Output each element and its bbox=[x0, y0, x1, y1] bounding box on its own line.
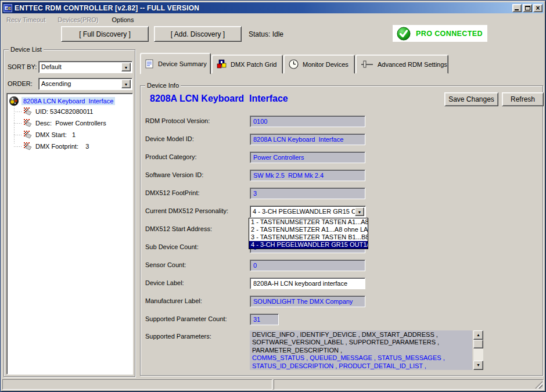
menu-devices-pro[interactable]: Devices(PRO) bbox=[54, 15, 102, 24]
field-label: Supported Parameters: bbox=[145, 333, 211, 340]
tab-advanced-rdm-settings[interactable]: Advanced RDM Settings bbox=[355, 55, 448, 74]
personality-option[interactable]: 3 - TASTENUMSETZER TASTEN B1...B8 bbox=[249, 233, 368, 241]
menu-recv-timeout[interactable]: Recv Timeout bbox=[3, 15, 49, 24]
param-line: DEVICE_INFO , IDENTIFY_DEVICE , DMX_STAR… bbox=[252, 331, 472, 339]
clock-icon bbox=[289, 59, 299, 69]
scroll-up-icon[interactable]: ▲ bbox=[473, 330, 483, 340]
personality-dropdown[interactable]: 4 - 3-CH PEGELWANDLER GR15 OUT1/2/ ▼ bbox=[250, 206, 366, 218]
fader-icon bbox=[361, 60, 373, 69]
close-icon: × bbox=[534, 4, 542, 12]
tree-item-label: DMX Start: 1 bbox=[35, 131, 76, 138]
tab-device-summary[interactable]: Device Summary bbox=[140, 53, 211, 74]
tree-item-desc[interactable]: Desc: Power Controllers bbox=[23, 118, 106, 127]
personality-option[interactable]: 1 - TASTENUMSETZER TASTEN A1...A8 bbox=[249, 218, 368, 226]
field-label: Software Version ID: bbox=[145, 171, 203, 178]
sort-by-dropdown[interactable]: Default ▼ bbox=[38, 61, 132, 73]
product-category-field: Power Controllers bbox=[250, 152, 365, 163]
chip-icon bbox=[23, 118, 32, 127]
app-window: Ec ENTTEC RDM CONTROLLER [v2.82] -- FULL… bbox=[0, 0, 546, 392]
supported-parameters-box: DEVICE_INFO , IDENTIFY_DEVICE , DMX_STAR… bbox=[250, 330, 472, 370]
device-info-group-label: Device Info bbox=[145, 82, 181, 89]
supported-parameter-count-field: 31 bbox=[250, 314, 279, 325]
pro-connected-label: PRO CONNECTED bbox=[416, 30, 483, 38]
field-label: Product Category: bbox=[145, 153, 197, 160]
device-model-id-field: 8208A LCN Keyboard Interface bbox=[250, 134, 365, 145]
tab-dmx-patch-grid[interactable]: DMX Patch Grid bbox=[211, 55, 283, 74]
field-row-manufacturer: Manufacturer Label: SOUNDLIGHT The DMX C… bbox=[141, 296, 543, 307]
chevron-down-icon[interactable]: ▼ bbox=[121, 80, 131, 88]
field-row-dmx-footprint: DMX512 FootPrint: 3 bbox=[141, 188, 543, 199]
field-row-device-label: Device Label: 8208A-H LCN keyboard inter… bbox=[141, 278, 543, 289]
param-line: PARAMETER_DESCRIPTION , bbox=[252, 347, 472, 354]
field-label: RDM Protocol Version: bbox=[145, 117, 210, 124]
device-info-panel: Device Info 8208A LCN Keyboard Interface… bbox=[140, 85, 543, 376]
device-heading: 8208A LCN Keyboard Interface bbox=[150, 93, 288, 104]
rdm-protocol-version-field: 0100 bbox=[250, 116, 365, 127]
device-tree: 8208A LCN Keyboard Interface UID: 534C82… bbox=[6, 93, 133, 375]
title-bar: Ec ENTTEC RDM CONTROLLER [v2.82] -- FULL… bbox=[2, 2, 544, 13]
status-bar bbox=[2, 378, 544, 390]
chip-icon bbox=[23, 130, 32, 139]
chevron-down-icon[interactable]: ▼ bbox=[121, 63, 131, 71]
pro-connected-badge: PRO CONNECTED bbox=[393, 25, 487, 42]
tree-item-dmx-footprint[interactable]: DMX Footprint: 3 bbox=[23, 142, 89, 150]
status-pane-right bbox=[274, 379, 544, 390]
tree-stub bbox=[14, 123, 22, 124]
full-discovery-button[interactable]: [ Full Discovery ] bbox=[61, 26, 149, 42]
menu-bar: Recv Timeout Devices(PRO) Options bbox=[3, 15, 137, 24]
field-row-sensor-count: Sensor Count: 0 bbox=[141, 260, 543, 271]
maximize-icon bbox=[525, 6, 530, 10]
field-label: Current DMX512 Personality: bbox=[145, 207, 228, 214]
chip-icon bbox=[23, 142, 32, 150]
field-label: Sensor Count: bbox=[145, 261, 186, 268]
tab-label: Monitor Devices bbox=[303, 61, 349, 68]
order-dropdown[interactable]: Ascending ▼ bbox=[38, 78, 132, 90]
window-title: ENTTEC RDM CONTROLLER [v2.82] -- FULL VE… bbox=[15, 4, 512, 12]
menu-options[interactable]: Options bbox=[109, 15, 138, 24]
resize-grip[interactable] bbox=[535, 381, 543, 389]
sort-by-label: SORT BY: bbox=[8, 63, 37, 70]
personality-value: 4 - 3-CH PEGELWANDLER GR15 OUT1/2/ bbox=[253, 208, 355, 215]
tab-label: Advanced RDM Settings bbox=[378, 61, 447, 68]
tree-stub bbox=[14, 112, 22, 112]
tab-monitor-devices[interactable]: Monitor Devices bbox=[283, 55, 355, 74]
add-discovery-button[interactable]: [ Add. Discovery ] bbox=[154, 26, 242, 42]
tab-label: DMX Patch Grid bbox=[231, 61, 276, 68]
field-label: Device Label: bbox=[145, 279, 184, 286]
personality-option[interactable]: 2 - TASTENUMSETZER A1...A8 ohne LA bbox=[249, 226, 368, 233]
close-button[interactable]: × bbox=[533, 4, 543, 12]
tree-root-device[interactable]: 8208A LCN Keyboard Interface bbox=[9, 96, 115, 106]
minimize-button[interactable] bbox=[512, 4, 522, 12]
device-label-input[interactable]: 8208A-H LCN keyboard interface bbox=[250, 278, 365, 289]
scroll-thumb[interactable] bbox=[473, 340, 483, 348]
manufacturer-label-field: SOUNDLIGHT The DMX Company bbox=[250, 296, 365, 307]
minimize-icon bbox=[515, 9, 519, 10]
field-row-param-count: Supported Parameter Count: 31 bbox=[141, 314, 543, 325]
chip-icon bbox=[23, 107, 32, 116]
tree-item-label: DMX Footprint: 3 bbox=[35, 143, 89, 150]
tree-root-label: 8208A LCN Keyboard Interface bbox=[21, 97, 115, 105]
tab-label: Device Summary bbox=[158, 60, 207, 67]
tree-item-uid[interactable]: UID: 534C82080011 bbox=[23, 107, 93, 116]
field-row-product-category: Product Category: Power Controllers bbox=[141, 152, 543, 163]
notepad-icon bbox=[145, 59, 154, 69]
field-row-software-version: Software Version ID: SW Mk 2.5 RDM Mk 2.… bbox=[141, 170, 543, 181]
app-icon: Ec bbox=[3, 4, 12, 12]
params-scrollbar[interactable]: ▲ ▼ bbox=[473, 330, 483, 370]
personality-option-selected[interactable]: 4 - 3-CH PEGELWANDLER GR15 OUT1/2/ bbox=[249, 241, 368, 249]
check-circle-icon bbox=[397, 27, 411, 41]
chevron-down-icon[interactable]: ▼ bbox=[355, 207, 364, 216]
device-list-group-label: Device List bbox=[9, 46, 44, 53]
sort-by-value: Default bbox=[41, 63, 121, 70]
maximize-button[interactable] bbox=[523, 4, 532, 12]
patch-grid-icon bbox=[217, 59, 227, 69]
device-list-panel: Device List SORT BY: Default ▼ ORDER: As… bbox=[3, 49, 135, 377]
field-row-device-model: Device Model ID: 8208A LCN Keyboard Inte… bbox=[141, 134, 543, 145]
tree-item-label: UID: 534C82080011 bbox=[35, 108, 93, 115]
tree-item-dmx-start[interactable]: DMX Start: 1 bbox=[23, 130, 76, 139]
field-label: Sub Device Count: bbox=[145, 243, 199, 250]
field-row-rdm-protocol: RDM Protocol Version: 0100 bbox=[141, 116, 543, 127]
refresh-button[interactable]: Refresh bbox=[502, 92, 544, 106]
save-changes-button[interactable]: Save Changes bbox=[444, 92, 498, 106]
scroll-down-icon[interactable]: ▼ bbox=[473, 361, 483, 370]
